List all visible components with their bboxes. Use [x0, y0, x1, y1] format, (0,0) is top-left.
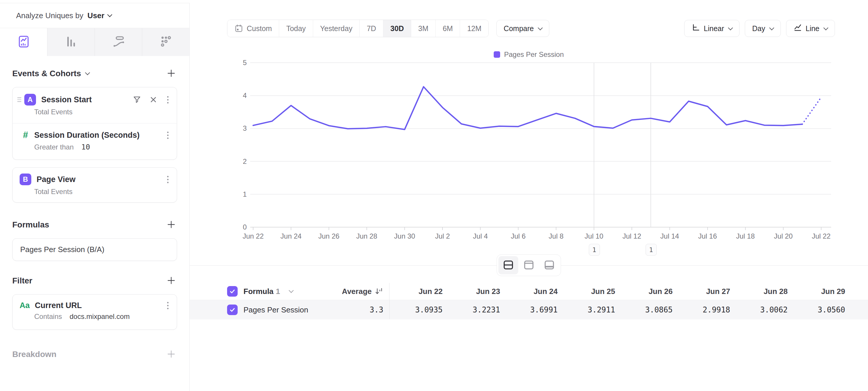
operator-value[interactable]: 10	[81, 143, 90, 151]
event-options-icon[interactable]	[165, 175, 170, 184]
filter-value[interactable]: docs.mixpanel.com	[70, 312, 130, 320]
flow-icon	[112, 35, 125, 50]
event-name[interactable]: Session Start	[41, 95, 92, 104]
plus-icon	[167, 276, 176, 286]
filter-operator-selector[interactable]: Contains	[34, 312, 62, 320]
add-formula-button[interactable]	[165, 219, 177, 231]
add-breakdown-button[interactable]	[165, 348, 177, 360]
property-row: # Session Duration (Seconds)	[12, 123, 177, 143]
chart-canvas	[190, 59, 868, 261]
chevron-down-icon	[769, 26, 774, 30]
range-3m[interactable]: 3M	[411, 20, 435, 37]
line-chart-icon	[794, 23, 802, 34]
tab-flow[interactable]	[95, 28, 142, 56]
plus-icon	[167, 350, 176, 359]
column-header-jun-25[interactable]: Jun 25	[562, 287, 620, 296]
events-section-header: Events & Cohorts	[12, 68, 177, 79]
property-name[interactable]: Session Duration (Seconds)	[34, 131, 140, 140]
chart-type-label: Line	[806, 24, 819, 33]
scale-label: Linear	[704, 24, 724, 33]
range-custom[interactable]: Custom	[227, 20, 279, 37]
column-header-jun-22[interactable]: Jun 22	[389, 287, 447, 296]
range-30d[interactable]: 30D	[383, 20, 411, 37]
row-series-name: Pages Per Session	[244, 305, 308, 314]
row-checkbox[interactable]	[227, 305, 238, 315]
range-6m[interactable]: 6M	[435, 20, 460, 37]
column-header-jun-24[interactable]: Jun 24	[504, 287, 562, 296]
chart-type-button[interactable]: Line	[786, 20, 835, 37]
query-builder-sidebar: Analyze Uniques by User Even	[0, 3, 190, 391]
visualization-tabs	[0, 28, 189, 56]
cell-value: 3.0062	[734, 305, 792, 314]
breakdown-section-header: Breakdown	[12, 348, 177, 360]
row-average-value: 3.3	[370, 305, 383, 314]
cell-value: 2.9918	[677, 305, 735, 314]
tab-metrics[interactable]	[142, 28, 189, 56]
series-dropdown[interactable]: Formula1	[244, 287, 280, 296]
measure-selector[interactable]: Total Events	[34, 108, 72, 116]
event-name[interactable]: Page View	[37, 175, 75, 184]
operator-selector[interactable]: Greater than	[34, 143, 74, 151]
legend-label: Pages Per Session	[504, 50, 564, 59]
property-options-icon[interactable]	[165, 131, 170, 140]
number-property-icon: #	[20, 130, 31, 140]
column-header-jun-29[interactable]: Jun 29	[792, 287, 849, 296]
event-measure: Total Events	[12, 108, 177, 123]
compare-button[interactable]: Compare	[496, 20, 549, 37]
range-7d[interactable]: 7D	[360, 20, 383, 37]
formula-input[interactable]: Pages Per Session (B/A)	[12, 238, 177, 261]
filter-property-name[interactable]: Current URL	[35, 301, 82, 310]
tab-insights[interactable]	[0, 28, 47, 56]
formulas-section-header: Formulas	[12, 219, 177, 231]
series-index: 1	[276, 287, 280, 296]
add-event-button[interactable]	[165, 68, 177, 79]
measure-selector[interactable]: Total Events	[34, 188, 72, 196]
range-today[interactable]: Today	[279, 20, 313, 37]
analyze-by-dropdown[interactable]: User	[88, 11, 112, 20]
filter-options-icon[interactable]	[165, 301, 170, 310]
column-header-jun-28[interactable]: Jun 28	[734, 287, 792, 296]
column-header-jun-27[interactable]: Jun 27	[677, 287, 735, 296]
table-bottom-view-button[interactable]	[539, 256, 559, 274]
event-options-icon[interactable]	[165, 95, 170, 104]
sort-descending-icon[interactable]	[375, 287, 383, 296]
filter-section-header: Filter	[12, 275, 177, 287]
chevron-down-icon	[85, 71, 90, 75]
event-measure: Total Events	[12, 188, 177, 202]
analyze-label: Analyze Uniques by	[16, 11, 84, 20]
interval-button[interactable]: Day	[745, 20, 780, 37]
range-yesterday[interactable]: Yesterday	[313, 20, 360, 37]
chart-legend[interactable]: Pages Per Session	[190, 50, 868, 59]
breakdown-section-title: Breakdown	[12, 350, 57, 359]
average-column-header[interactable]: Average	[342, 287, 372, 296]
series-checkbox[interactable]	[227, 286, 238, 297]
table-column-divider	[389, 283, 390, 319]
report-main: CustomTodayYesterday7D30D3M6M12M Compare…	[190, 3, 868, 391]
remove-event-icon[interactable]	[149, 95, 158, 104]
filter-icon[interactable]	[132, 95, 141, 104]
chart-top-view-button[interactable]	[519, 256, 539, 274]
add-filter-button[interactable]	[165, 275, 177, 287]
events-section-label: Events & Cohorts	[12, 69, 81, 78]
line-chart[interactable]: 012345Jun 22Jun 24Jun 26Jun 28Jun 30Jul …	[190, 59, 868, 261]
drag-handle-icon[interactable]	[17, 97, 22, 102]
events-section-title[interactable]: Events & Cohorts	[12, 69, 89, 78]
event-row: A Session Start	[12, 87, 177, 108]
event-card-page-view: B Page View Total Events	[12, 167, 177, 202]
filter-card-current-url: Aa Current URL Contains docs.mixpanel.co…	[12, 294, 177, 330]
split-view-button[interactable]	[498, 256, 518, 274]
series-label: Formula	[244, 287, 274, 296]
chevron-down-icon	[824, 26, 829, 30]
range-12m[interactable]: 12M	[460, 20, 489, 37]
calendar-icon	[235, 24, 243, 33]
row-date-values: 3.09353.22313.69913.29113.08652.99183.00…	[389, 305, 849, 314]
table-data-row[interactable]: Pages Per Session 3.3 3.09353.22313.6991…	[190, 300, 868, 319]
insights-chart-icon	[17, 35, 30, 50]
column-header-jun-26[interactable]: Jun 26	[619, 287, 677, 296]
scale-button[interactable]: Linear	[684, 20, 740, 37]
display-controls: Linear Day Line	[684, 20, 835, 37]
chevron-down-icon	[289, 288, 294, 293]
tab-bar-chart[interactable]	[47, 28, 95, 56]
column-header-jun-23[interactable]: Jun 23	[447, 287, 504, 296]
mixpanel-insights-app: Analyze Uniques by User Even	[0, 0, 868, 391]
